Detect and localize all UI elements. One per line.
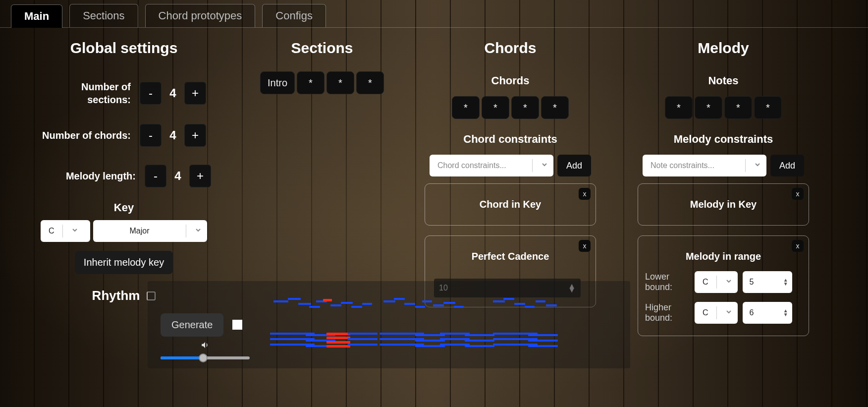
note-constraints-placeholder: Note constraints...: [651, 161, 737, 170]
melody-add-button[interactable]: Add: [770, 155, 804, 176]
sections-stepper: - 4 +: [140, 82, 206, 105]
higher-note-select[interactable]: C: [695, 302, 738, 324]
tab-sections[interactable]: Sections: [69, 4, 138, 27]
note-cells: * * * *: [664, 96, 783, 119]
constraint-title: Melody in Key: [645, 199, 802, 210]
chords-count-label: Number of chords:: [42, 129, 131, 142]
chord-cell[interactable]: *: [452, 96, 480, 119]
chords-decrement[interactable]: -: [140, 124, 162, 147]
global-heading: Global settings: [70, 40, 178, 57]
note-constraints-select[interactable]: Note constraints...: [643, 155, 766, 176]
note-cell[interactable]: *: [724, 96, 752, 119]
chevron-down-icon: [194, 226, 202, 236]
tab-chord-prototypes[interactable]: Chord prototypes: [145, 4, 256, 27]
generate-button[interactable]: Generate: [161, 313, 223, 337]
higher-oct-input[interactable]: 6 ▲▼: [743, 302, 792, 324]
section-cell[interactable]: *: [356, 71, 384, 94]
higher-bound-label: Higher bound:: [645, 302, 690, 323]
note-cell[interactable]: *: [695, 96, 722, 119]
chord-constraints-placeholder: Chord constraints...: [437, 161, 524, 170]
volume-slider[interactable]: [161, 356, 250, 359]
key-root-select[interactable]: C: [41, 220, 90, 242]
chord-constraints-heading: Chord constraints: [463, 133, 557, 146]
note-cell[interactable]: *: [665, 96, 693, 119]
tab-configs[interactable]: Configs: [262, 4, 326, 27]
key-label: Key: [114, 201, 134, 214]
close-icon[interactable]: x: [792, 188, 804, 200]
tab-main[interactable]: Main: [11, 4, 62, 28]
sections-heading: Sections: [291, 40, 353, 57]
rhythm-toggle-row: Rhythm: [92, 288, 156, 303]
chord-constraints-select[interactable]: Chord constraints...: [430, 155, 553, 176]
section-cells: Intro * * *: [259, 71, 385, 94]
chevron-down-icon: [541, 161, 548, 171]
caret-down-icon[interactable]: ▼: [783, 282, 788, 286]
constraint-title: Melody in range: [645, 251, 802, 262]
constraint-title: Chord in Key: [432, 199, 589, 210]
chevron-down-icon: [725, 308, 733, 318]
note-cell[interactable]: *: [754, 96, 782, 119]
chevron-down-icon: [71, 226, 79, 236]
stop-icon[interactable]: [232, 320, 242, 330]
lower-bound-label: Lower bound:: [645, 272, 690, 292]
key-root-value: C: [49, 227, 54, 235]
constraint-card-chord-in-key: x Chord in Key: [425, 183, 596, 226]
lower-note-select[interactable]: C: [695, 271, 738, 293]
piano-roll: [267, 291, 620, 358]
tab-bar: Main Sections Chord prototypes Configs: [0, 0, 868, 28]
volume-icon[interactable]: [201, 341, 210, 351]
player-bar: Generate: [148, 281, 630, 368]
rhythm-label: Rhythm: [92, 288, 140, 303]
constraint-card-melody-in-range: x Melody in range Lower bound: C 5 ▲▼ Hi…: [638, 235, 809, 336]
chevron-down-icon: [754, 161, 761, 171]
chord-cell[interactable]: *: [541, 96, 569, 119]
chords-increment[interactable]: +: [184, 124, 206, 147]
melody-length-label: Melody length:: [37, 170, 136, 182]
chord-add-button[interactable]: Add: [557, 155, 591, 176]
sections-decrement[interactable]: -: [140, 82, 162, 105]
sections-count-label: Number of sections:: [42, 80, 131, 106]
chords-value: 4: [162, 124, 184, 147]
constraint-title: Perfect Cadence: [432, 251, 589, 262]
sections-increment[interactable]: +: [184, 82, 206, 105]
melody-length-stepper: - 4 +: [145, 165, 211, 187]
section-cell[interactable]: *: [297, 71, 325, 94]
melody-length-decrement[interactable]: -: [145, 165, 166, 187]
caret-down-icon[interactable]: ▼: [783, 313, 788, 317]
key-mode-value: Major: [101, 227, 178, 235]
key-mode-select[interactable]: Major: [93, 220, 207, 242]
chords-stepper: - 4 +: [140, 124, 206, 147]
chevron-down-icon: [725, 277, 733, 287]
section-cell[interactable]: Intro: [260, 71, 295, 94]
chord-cell[interactable]: *: [511, 96, 539, 119]
chords-heading: Chords: [485, 40, 537, 57]
sections-value: 4: [162, 82, 184, 105]
constraint-card-melody-in-key: x Melody in Key: [638, 183, 809, 226]
chord-cells: * * * *: [451, 96, 570, 119]
notes-subheading: Notes: [708, 74, 738, 87]
chord-cell[interactable]: *: [482, 96, 509, 119]
melody-heading: Melody: [698, 40, 749, 57]
melody-length-value: 4: [166, 165, 189, 187]
section-cell[interactable]: *: [326, 71, 354, 94]
close-icon[interactable]: x: [579, 188, 591, 200]
melody-constraints-heading: Melody constraints: [674, 133, 773, 146]
inherit-melody-key-label: Inherit melody key: [75, 251, 173, 274]
melody-length-increment[interactable]: +: [189, 165, 211, 187]
close-icon[interactable]: x: [792, 240, 804, 252]
lower-oct-input[interactable]: 5 ▲▼: [743, 271, 792, 293]
close-icon[interactable]: x: [579, 240, 591, 252]
chords-subheading: Chords: [491, 74, 530, 87]
